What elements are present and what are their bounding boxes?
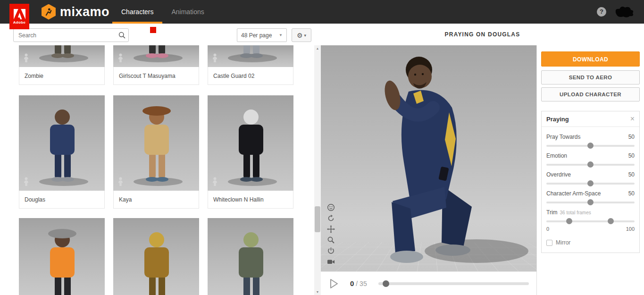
tab-animations[interactable]: Animations (162, 0, 213, 24)
caret-down-icon: ▾ (304, 33, 307, 38)
slider-row-emotion: Emotion 50 (546, 152, 635, 166)
character-name: Kaya (113, 191, 199, 209)
viewer-header: PRAYING ON DOUGLAS (321, 24, 644, 45)
send-to-aero-button[interactable]: SEND TO AERO (541, 70, 640, 84)
viewer-toolbar (327, 203, 335, 266)
mixamo-hexagon-icon (42, 4, 56, 20)
close-icon[interactable]: × (630, 115, 635, 123)
user-avatar[interactable] (614, 4, 636, 21)
character-card[interactable] (19, 218, 105, 295)
frame-current: 0 (350, 279, 354, 287)
scrollbar-thumb[interactable] (315, 206, 320, 232)
person-count-icon (23, 53, 29, 63)
panel-header: Praying × (542, 111, 639, 127)
character-card[interactable]: Girlscout T Masuyama (113, 45, 199, 85)
slider-track[interactable] (546, 164, 635, 166)
character-thumbnail[interactable] (113, 218, 199, 295)
search-input[interactable] (13, 28, 129, 42)
character-thumbnail[interactable] (208, 45, 293, 67)
slider-thumb[interactable] (587, 143, 594, 149)
animation-settings-panel: Praying × Pray Towards 50 Emotion 50 (541, 111, 640, 253)
frame-total: / 35 (356, 280, 367, 287)
settings-dropdown-button[interactable]: ⚙ ▾ (292, 28, 311, 42)
character-thumbnail[interactable] (208, 218, 293, 295)
character-card[interactable] (208, 218, 293, 295)
character-thumbnail[interactable] (113, 45, 199, 67)
slider-value: 50 (628, 171, 635, 178)
frame-counter: 0/ 35 (350, 279, 367, 287)
character-thumbnail[interactable] (208, 95, 293, 191)
character-card[interactable]: Zombie (19, 45, 105, 85)
slider-track[interactable] (546, 145, 635, 147)
slider-value: 50 (628, 152, 635, 159)
upload-character-button[interactable]: UPLOAD CHARACTER (541, 87, 640, 101)
trim-max: 100 (626, 226, 635, 232)
character-name: Douglas (19, 191, 105, 209)
character-list-scrollbar[interactable]: ▲ ▼ (314, 45, 321, 295)
timeline-handle[interactable] (383, 280, 389, 287)
viewer-canvas[interactable] (321, 45, 536, 271)
power-icon[interactable] (327, 247, 335, 255)
slider-value: 50 (628, 190, 635, 197)
brand-wordmark: mixamo (60, 4, 109, 20)
help-icon[interactable]: ? (597, 7, 606, 17)
per-page-select[interactable]: 48 Per page ▼ (237, 28, 287, 42)
mixamo-logo[interactable]: mixamo (42, 4, 109, 20)
panel-title: Praying (546, 116, 569, 123)
action-sidebar: DOWNLOAD SEND TO AERO UPLOAD CHARACTER P… (536, 45, 644, 295)
character-thumbnail[interactable] (19, 218, 105, 295)
character-card[interactable]: Castle Guard 02 (208, 45, 293, 85)
slider-row-pray-towards: Pray Towards 50 (546, 134, 635, 147)
tab-characters[interactable]: Characters (112, 0, 162, 24)
character-card[interactable]: Whiteclown N Hallin (208, 95, 293, 209)
playback-bar: 0/ 35 (321, 271, 536, 295)
slider-thumb[interactable] (587, 199, 594, 205)
main-tabs: Characters Animations (112, 0, 213, 24)
slider-track[interactable] (546, 183, 635, 185)
slider-thumb[interactable] (587, 161, 594, 168)
slider-value: 50 (628, 134, 635, 140)
select-caret-icon: ▼ (279, 33, 283, 37)
ground-grid (321, 242, 536, 271)
adobe-a-icon (14, 9, 25, 19)
search-icon (118, 32, 125, 41)
slider-label: Emotion (546, 152, 567, 159)
timeline-slider[interactable] (378, 282, 529, 285)
zoom-icon[interactable] (327, 236, 335, 244)
character-thumbnail[interactable] (19, 45, 105, 67)
pan-icon[interactable] (327, 225, 335, 233)
slider-track[interactable] (546, 202, 635, 203)
trim-label: Trim36 total frames (546, 209, 591, 216)
slider-thumb[interactable] (587, 180, 594, 186)
character-face-icon[interactable] (327, 203, 335, 211)
character-card[interactable]: Kaya (113, 95, 199, 209)
trim-end-handle[interactable] (608, 218, 614, 224)
character-name: Whiteclown N Hallin (208, 191, 293, 209)
slider-label: Character Arm-Space (546, 190, 601, 197)
person-count-icon (212, 53, 218, 63)
person-count-icon (117, 177, 124, 186)
red-indicator (150, 27, 156, 33)
scroll-down-icon[interactable]: ▼ (314, 289, 321, 295)
character-thumbnail[interactable] (113, 95, 199, 191)
per-page-value: 48 Per page (241, 32, 272, 39)
page-title: PRAYING ON DOUGLAS (321, 24, 644, 45)
character-thumbnail[interactable] (19, 95, 105, 191)
mirror-checkbox[interactable] (546, 240, 552, 246)
reset-rotate-icon[interactable] (327, 214, 335, 222)
trim-range-track[interactable] (546, 220, 635, 222)
scroll-up-icon[interactable]: ▲ (314, 45, 321, 51)
character-card[interactable]: Douglas (19, 95, 105, 209)
character-card[interactable] (113, 218, 199, 295)
trim-start-handle[interactable] (566, 218, 572, 224)
person-count-icon (117, 53, 124, 63)
mirror-label: Mirror (556, 239, 570, 246)
character-browser-panel: 48 Per page ▼ ⚙ ▾ Zombie (0, 24, 321, 295)
adobe-logo[interactable]: Adobe (9, 4, 29, 29)
trim-frames-note: 36 total frames (560, 210, 591, 215)
download-button[interactable]: DOWNLOAD (541, 51, 640, 67)
play-button[interactable] (327, 278, 340, 290)
slider-row-overdrive: Overdrive 50 (546, 171, 635, 185)
camera-icon[interactable] (327, 258, 335, 266)
slider-row-trim: Trim36 total frames 0 100 (546, 209, 635, 232)
